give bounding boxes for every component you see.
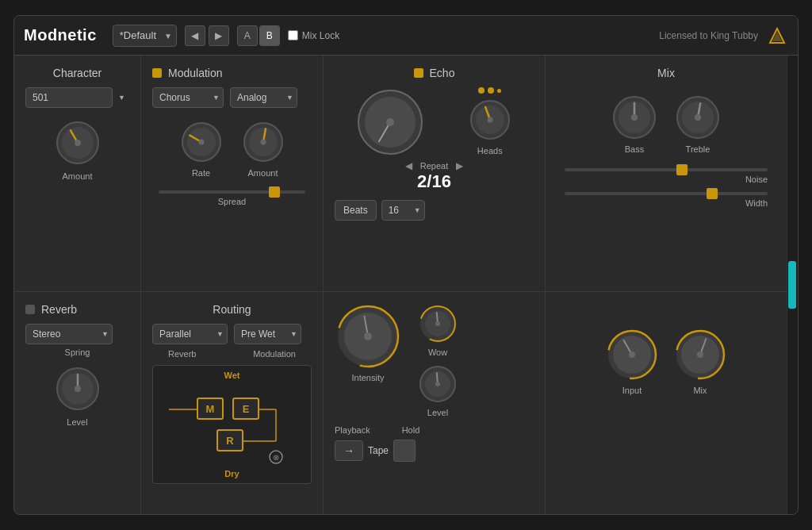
character-amount-label: Amount xyxy=(63,171,93,181)
mix-lock-label: Mix Lock xyxy=(302,30,339,41)
mix-top-knobs: Bass Treble xyxy=(557,94,776,154)
echo-heads-knob-container: Heads xyxy=(467,97,513,156)
spread-slider-track[interactable] xyxy=(159,190,305,194)
reverb-indicator[interactable] xyxy=(25,305,35,314)
echo-level-label: Level xyxy=(427,408,448,417)
mix-treble-knob[interactable] xyxy=(674,94,722,141)
echo-level-container: Level xyxy=(417,363,458,417)
character-amount-knob-container: Amount xyxy=(25,117,129,181)
mix-lock-checkbox[interactable] xyxy=(288,30,298,40)
echo-dots xyxy=(467,87,513,94)
svg-point-13 xyxy=(386,118,394,126)
scrollbar-thumb[interactable] xyxy=(788,261,796,309)
dot-1 xyxy=(478,87,485,94)
echo-wow-container: Wow xyxy=(417,303,458,357)
dry-label: Dry xyxy=(224,469,239,478)
repeat-next-button[interactable]: ▶ xyxy=(454,160,465,171)
routing-svg-lines: ⊗ xyxy=(153,366,311,483)
spread-slider-thumb[interactable] xyxy=(269,186,280,198)
svg-point-46 xyxy=(697,351,703,358)
modulation-header: Modulation xyxy=(152,67,312,79)
nav-prev-button[interactable]: ◀ xyxy=(185,25,205,46)
main-content: Character 501 xyxy=(14,56,798,514)
echo-heads-label: Heads xyxy=(477,146,503,156)
mix-mix-knob[interactable] xyxy=(672,327,728,382)
preset-dropdown[interactable]: *Default xyxy=(113,25,177,47)
plugin-title: Modnetic xyxy=(24,26,97,44)
modulation-amount-knob[interactable] xyxy=(240,119,286,165)
header-bar: Modnetic *Default ◀ ▶ A B Mix Lock Licen… xyxy=(14,16,798,56)
top-section: Character 501 xyxy=(14,56,787,292)
reverb-level-knob[interactable] xyxy=(52,363,103,414)
mix-panel-top: Mix Bass xyxy=(546,56,787,291)
echo-wow-knob[interactable] xyxy=(417,303,458,344)
width-slider-track[interactable] xyxy=(565,192,768,195)
modulation-rate-label: Rate xyxy=(192,168,210,178)
license-text: Licensed to King Tubby xyxy=(659,30,758,41)
mix-input-knob[interactable] xyxy=(604,327,660,382)
mix-panel-bottom: Input Mix xyxy=(546,292,787,514)
modulation-type-wrapper: Chorus xyxy=(152,87,224,108)
beats-button[interactable]: Beats xyxy=(335,200,377,221)
repeat-label-row: ◀ Repeat ▶ xyxy=(335,160,534,171)
character-title: Character xyxy=(25,67,129,79)
echo-indicator[interactable] xyxy=(414,68,423,78)
echo-level-knob[interactable] xyxy=(417,363,458,405)
echo-panel-bottom: Intensity xyxy=(324,292,546,514)
svg-point-34 xyxy=(364,332,372,340)
mix-treble-label: Treble xyxy=(686,144,710,154)
echo-heads-knob[interactable] xyxy=(467,97,513,143)
width-slider-thumb[interactable] xyxy=(707,188,718,199)
svg-point-25 xyxy=(75,386,81,392)
hold-box[interactable] xyxy=(393,440,416,462)
scrollbar-area[interactable] xyxy=(787,56,798,514)
reverb-level-label: Level xyxy=(67,417,87,427)
ab-a-button[interactable]: A xyxy=(237,25,258,46)
echo-wow-level-col: Wow xyxy=(417,303,458,417)
noise-label: Noise xyxy=(565,175,768,184)
character-amount-knob[interactable] xyxy=(52,117,103,168)
modulation-mode-wrapper: Analog xyxy=(230,87,297,108)
mix-bass-knob[interactable] xyxy=(611,94,658,141)
ab-b-button[interactable]: B xyxy=(259,25,280,46)
reverb-type-wrapper: Stereo xyxy=(25,324,113,344)
tape-label: Tape xyxy=(368,445,389,456)
repeat-display: ◀ Repeat ▶ 2/16 xyxy=(335,160,534,192)
noise-slider-track[interactable] xyxy=(565,168,768,171)
echo-main-knob[interactable] xyxy=(355,87,425,157)
mix-bass-container: Bass xyxy=(611,94,658,154)
modulation-mode-dropdown[interactable]: Analog xyxy=(230,87,297,108)
echo-heads-section: Heads xyxy=(467,87,513,156)
playback-hold-labels: Playback Hold xyxy=(335,425,534,435)
echo-title: Echo xyxy=(430,67,455,79)
echo-intensity-label: Intensity xyxy=(352,373,385,382)
modulation-indicator[interactable] xyxy=(152,68,162,78)
routing-mode-dropdown[interactable]: Parallel xyxy=(152,324,228,344)
echo-intensity-container: Intensity xyxy=(335,303,401,382)
spread-slider-container: Spread xyxy=(152,190,312,206)
beats-row: Beats 16 xyxy=(335,200,534,221)
character-dropdown[interactable]: 501 xyxy=(25,87,113,108)
modulation-rate-knob[interactable] xyxy=(178,119,224,165)
noise-slider-thumb[interactable] xyxy=(676,164,688,175)
echo-wow-label: Wow xyxy=(428,348,447,357)
beats-value-dropdown[interactable]: 16 xyxy=(381,200,425,221)
repeat-prev-button[interactable]: ◀ xyxy=(404,160,414,171)
routing-type-wrapper: Pre Wet xyxy=(234,324,301,344)
nav-next-button[interactable]: ▶ xyxy=(209,25,229,46)
routing-type-dropdown[interactable]: Pre Wet xyxy=(234,324,301,344)
svg-text:⊗: ⊗ xyxy=(273,453,279,462)
reverb-type-dropdown[interactable]: Stereo xyxy=(25,324,113,344)
dot-3 xyxy=(497,89,501,93)
modulation-type-dropdown[interactable]: Chorus xyxy=(152,87,224,108)
svg-point-40 xyxy=(435,382,440,386)
character-panel: Character 501 xyxy=(14,56,141,291)
hold-label: Hold xyxy=(402,425,420,435)
repeat-value: 2/16 xyxy=(335,171,534,192)
modulation-panel: Modulation Chorus Analog xyxy=(141,56,324,291)
svg-point-16 xyxy=(487,117,492,123)
playback-button[interactable]: → xyxy=(335,440,363,461)
svg-point-7 xyxy=(198,140,204,145)
preset-wrapper: *Default xyxy=(113,25,177,47)
echo-intensity-knob[interactable] xyxy=(335,303,401,370)
